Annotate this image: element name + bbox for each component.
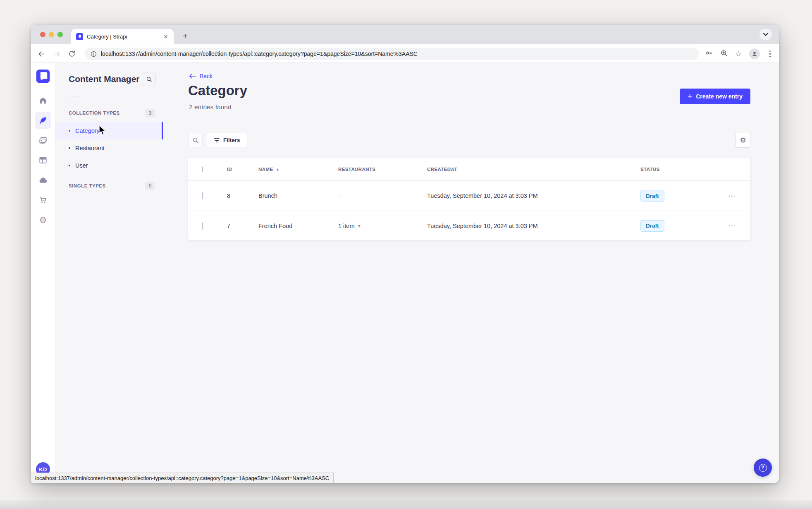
content-type-builder-icon[interactable]	[35, 152, 51, 168]
sidebar-item-label: User	[75, 162, 88, 169]
cell-id: 7	[227, 223, 258, 229]
tab-search-button[interactable]	[759, 29, 772, 40]
table-header-row: ID NAME ▲ RESTAURANTS CREATEDAT STATUS	[188, 158, 750, 181]
filter-row: Filters	[188, 133, 247, 147]
content-manager-subnav: Content Manager COLLECTION TYPES 3 Categ…	[55, 63, 163, 483]
entries-table: ID NAME ▲ RESTAURANTS CREATEDAT STATUS 8	[188, 158, 750, 240]
back-link[interactable]: Back	[189, 73, 213, 79]
column-header-name[interactable]: NAME ▲	[258, 167, 338, 172]
mouse-cursor	[98, 125, 107, 136]
tab-close-icon[interactable]: ×	[162, 32, 170, 41]
sidebar-item-label: Restaurant	[75, 145, 105, 151]
zoom-icon[interactable]	[720, 49, 728, 59]
sidebar-item-label: Category	[75, 127, 100, 134]
search-button[interactable]	[188, 133, 203, 147]
column-header-status[interactable]: STATUS	[640, 167, 721, 172]
bullet-icon	[69, 147, 70, 149]
question-mark-icon: ?	[759, 464, 767, 472]
sidebar-item-category[interactable]: Category	[55, 122, 163, 139]
entries-count: 2 entries found	[189, 103, 232, 111]
page-title: Category	[188, 83, 247, 98]
forward-navigation-icon[interactable]	[52, 49, 62, 59]
content-manager-icon[interactable]	[35, 112, 51, 129]
select-all-checkbox[interactable]	[202, 166, 203, 172]
main-content: Back Category 2 entries found + Create n…	[163, 63, 779, 483]
strapi-admin: ⚙ KD Content Manager COLLECTION TYPES 3	[31, 63, 779, 483]
collection-types-section-header: COLLECTION TYPES 3	[55, 109, 163, 117]
rail-divider	[31, 86, 55, 86]
row-checkbox[interactable]	[202, 222, 203, 230]
table-row[interactable]: 8 Brunch - Tuesday, September 10, 2024 a…	[188, 181, 750, 211]
row-actions-menu-icon[interactable]: ⋯	[728, 222, 750, 229]
collection-types-count-badge: 3	[145, 109, 155, 117]
strapi-logo[interactable]	[36, 70, 50, 83]
cell-id: 8	[227, 192, 258, 199]
subnav-divider	[69, 96, 79, 96]
cell-createdat: Tuesday, September 10, 2024 at 3:03 PM	[427, 192, 640, 199]
cloud-icon[interactable]	[35, 172, 51, 188]
address-bar[interactable]: localhost:1337/admin/content-manager/col…	[85, 48, 699, 60]
subnav-search-button[interactable]	[142, 72, 156, 86]
home-icon[interactable]	[35, 92, 51, 109]
bookmark-star-icon[interactable]: ☆	[735, 50, 742, 58]
back-navigation-icon[interactable]	[36, 49, 46, 59]
sidebar-item-user[interactable]: User	[55, 157, 163, 174]
marketplace-cart-icon[interactable]	[35, 192, 51, 208]
plus-icon: +	[688, 92, 692, 100]
url-text: localhost:1337/admin/content-manager/col…	[101, 50, 418, 57]
arrow-left-icon	[189, 74, 196, 79]
maximize-window-button[interactable]	[57, 32, 63, 37]
strapi-favicon-icon	[76, 33, 83, 40]
reload-icon[interactable]	[67, 49, 77, 59]
password-manager-icon[interactable]	[705, 49, 713, 59]
media-library-icon[interactable]	[35, 132, 51, 149]
cell-name: Brunch	[258, 192, 338, 199]
link-preview-statusbar: localhost:1337/admin/content-manager/col…	[31, 473, 334, 483]
filter-icon	[214, 138, 220, 142]
cell-name: French Food	[258, 223, 338, 229]
toolbar-right-icons: ☆	[705, 48, 773, 60]
status-badge: Draft	[640, 220, 664, 232]
desktop-background: Category | Strapi × + localhost:1337/adm…	[0, 0, 812, 509]
filters-button[interactable]: Filters	[207, 133, 247, 147]
status-badge: Draft	[640, 190, 664, 202]
column-header-id[interactable]: ID	[227, 167, 258, 172]
single-types-count-badge: 0	[145, 182, 155, 190]
gear-icon: ⚙	[740, 137, 746, 144]
browser-profile-icon[interactable]	[749, 48, 760, 59]
collection-types-list: Category Restaurant User	[55, 122, 163, 174]
window-controls	[40, 32, 63, 37]
single-types-section-header: SINGLE TYPES 0	[55, 182, 163, 190]
subnav-title: Content Manager	[69, 74, 140, 84]
bullet-icon	[69, 130, 70, 132]
settings-gear-icon[interactable]: ⚙	[35, 211, 51, 228]
site-info-icon[interactable]	[91, 51, 97, 57]
browser-toolbar: localhost:1337/admin/content-manager/col…	[31, 44, 779, 63]
desktop-bottom-band	[0, 500, 812, 509]
help-button[interactable]: ?	[754, 459, 772, 477]
browser-tab-strip: Category | Strapi × +	[31, 25, 779, 44]
browser-window: Category | Strapi × + localhost:1337/adm…	[31, 25, 779, 483]
chevron-down-icon: ▾	[358, 223, 361, 228]
new-tab-button[interactable]: +	[179, 29, 191, 42]
row-actions-menu-icon[interactable]: ⋯	[728, 192, 750, 199]
row-checkbox[interactable]	[202, 192, 203, 199]
tab-title: Category | Strapi	[87, 34, 158, 40]
cell-restaurants: -	[338, 192, 427, 199]
view-settings-button[interactable]: ⚙	[736, 133, 750, 148]
column-header-restaurants[interactable]: RESTAURANTS	[338, 167, 427, 172]
cell-createdat: Tuesday, September 10, 2024 at 3:03 PM	[427, 223, 640, 229]
table-row[interactable]: 7 French Food 1 item ▾ Tuesday, Septembe…	[188, 211, 750, 240]
minimize-window-button[interactable]	[49, 32, 54, 37]
main-nav-rail: ⚙ KD	[31, 63, 55, 483]
sidebar-item-restaurant[interactable]: Restaurant	[55, 139, 163, 157]
close-window-button[interactable]	[40, 32, 45, 37]
create-new-entry-button[interactable]: + Create new entry	[680, 89, 750, 104]
sort-ascending-icon: ▲	[276, 168, 279, 171]
cell-restaurants[interactable]: 1 item ▾	[338, 223, 427, 229]
column-header-createdat[interactable]: CREATEDAT	[427, 167, 640, 172]
browser-menu-icon[interactable]	[767, 50, 774, 58]
browser-tab[interactable]: Category | Strapi ×	[71, 29, 174, 44]
bullet-icon	[69, 165, 70, 166]
